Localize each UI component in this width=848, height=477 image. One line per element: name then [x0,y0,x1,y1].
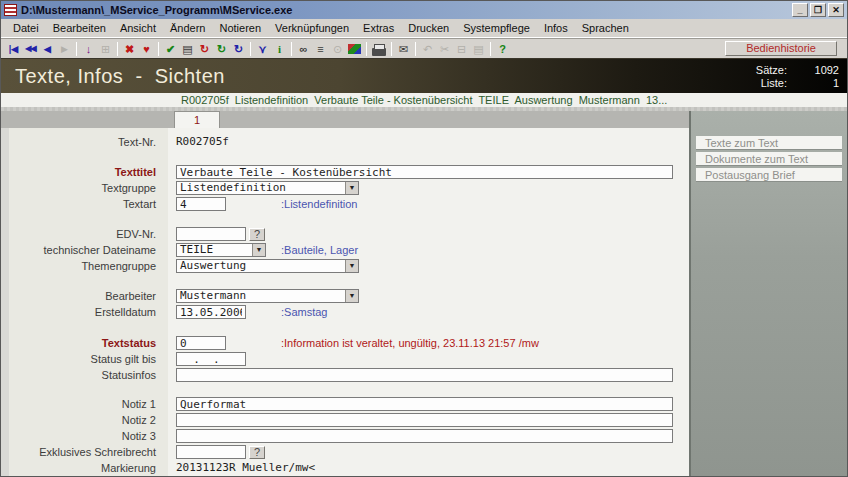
toolbar-separator [490,42,491,56]
delete-icon[interactable]: ✖ [121,41,138,57]
toolbar-separator [291,42,292,56]
print-icon[interactable] [372,48,386,56]
help-icon[interactable]: ? [494,41,511,57]
erstelldatum-label: Erstelldatum [1,305,168,319]
edv-nr-label: EDV-Nr. [1,227,168,241]
status-gilt-bis-input[interactable] [176,352,246,366]
cut-icon[interactable]: ✂ [436,41,453,57]
toolbar-separator [366,42,367,56]
statusinfos-label: Statusinfos [1,368,168,382]
tab-1[interactable]: 1 [174,111,220,128]
postausgang-brief-button[interactable]: Postausgang Brief [696,168,842,182]
toolbar: |◀ ◀◀ ◀ ▶ ↓ ⊞ ✖ ♥ ✔ ▤ ↻ ↻ ↻ ⋎ i ∞ ≡ ⊙ ✉ … [1,38,847,58]
app-icon [4,4,17,16]
texttitel-input[interactable] [176,165,673,179]
menu-ansicht[interactable]: Ansicht [114,20,162,36]
menu-infos[interactable]: Infos [538,20,574,36]
forward-icon[interactable]: ▶ [56,41,73,57]
liste-value: 1 [787,77,839,89]
page-title: Texte, Infos - Sichten [1,65,735,88]
saetze-value: 1092 [787,64,839,76]
notiz3-label: Notiz 3 [1,429,168,443]
app-window: D:\Mustermann\_MService_Programm\MServic… [0,0,848,477]
mail-envelope-icon[interactable]: ✉ [395,41,412,57]
chevron-down-icon[interactable]: ▼ [252,244,265,256]
notiz2-input[interactable] [176,413,673,427]
dokumente-zum-text-button[interactable]: Dokumente zum Text [696,152,842,166]
schreibrecht-label: Exklusives Schreibrecht [1,445,168,459]
textart-input[interactable] [176,197,226,211]
texte-zum-text-button[interactable]: Texte zum Text [696,136,842,150]
menu-aendern[interactable]: Ändern [164,20,211,36]
text-nr-value: R002705f [176,135,229,149]
statusinfos-input[interactable] [176,368,673,382]
notiz2-label: Notiz 2 [1,413,168,427]
themengruppe-select[interactable]: Auswertung ▼ [176,259,359,273]
menu-datei[interactable]: Datei [7,20,45,36]
paste-icon[interactable]: ▤ [470,41,487,57]
dateiname-select[interactable]: TEILE ▼ [176,243,266,257]
first-record-icon[interactable]: |◀ [5,41,22,57]
minimize-button[interactable]: _ [792,3,808,17]
textgruppe-select[interactable]: Listendefinition ▼ [176,181,359,195]
dateiname-label: technischer Dateiname [1,243,168,257]
textstatus-label: Textstatus [1,336,168,350]
menu-drucken[interactable]: Drucken [402,20,455,36]
bearbeiter-select[interactable]: Mustermann ▼ [176,289,359,303]
favorite-heart-icon[interactable]: ♥ [138,41,155,57]
record-form: Text-Nr. R002705f Texttitel Textgruppe L… [1,128,689,477]
toolbar-separator [158,42,159,56]
status-gilt-bis-label: Status gilt bis [1,352,168,366]
schreibrecht-input[interactable] [176,445,246,459]
import-stamp-icon[interactable]: ↓ [80,41,97,57]
copy-icon[interactable]: ⊟ [453,41,470,57]
menu-systempflege[interactable]: Systempflege [457,20,536,36]
maximize-button[interactable]: ❐ [810,3,826,17]
eye-icon[interactable]: ⊙ [329,41,346,57]
markierung-label: Markierung [1,461,168,475]
textgruppe-label: Textgruppe [1,181,168,195]
chevron-down-icon[interactable]: ▼ [345,182,358,194]
search-binoculars-icon[interactable]: ∞ [295,41,312,57]
edv-help-button[interactable]: ? [249,228,265,241]
tab-strip: 1 [1,111,689,128]
undo-icon[interactable]: ↶ [419,41,436,57]
record-stats: Sätze: 1092 Liste: 1 [735,64,847,89]
notiz3-input[interactable] [176,429,673,443]
back-icon[interactable]: ◀ [39,41,56,57]
menu-verknuepfungen[interactable]: Verknüpfungen [269,20,355,36]
info-icon[interactable]: i [271,41,288,57]
edv-nr-input[interactable] [176,227,246,241]
link-branch-icon[interactable]: ⋎ [254,41,271,57]
refresh-red-icon[interactable]: ↻ [196,41,213,57]
bedienhistorie-button[interactable]: Bedienhistorie [725,41,837,56]
fast-back-icon[interactable]: ◀◀ [22,41,39,57]
list-lines-icon[interactable]: ≡ [312,41,329,57]
themengruppe-label: Themengruppe [1,259,168,273]
chevron-down-icon[interactable]: ▼ [345,260,358,272]
notiz1-input[interactable] [176,397,673,411]
refresh-green-icon[interactable]: ↻ [213,41,230,57]
textart-annotation: :Listendefinition [281,197,357,211]
chevron-down-icon[interactable]: ▼ [345,290,358,302]
dateiname-annotation: :Bauteile, Lager [281,243,358,257]
confirm-check-icon[interactable]: ✔ [162,41,179,57]
close-button[interactable]: ✕ [828,3,844,17]
tree-view-icon[interactable]: ⊞ [97,41,114,57]
menu-sprachen[interactable]: Sprachen [576,20,635,36]
menu-bar: Datei Bearbeiten Ansicht Ändern Notieren… [1,19,847,38]
erstelldatum-input[interactable] [176,305,246,319]
markierung-value: 20131123R Mueller/mw< [176,461,315,475]
schreibrecht-help-button[interactable]: ? [249,446,265,459]
toolbar-separator [76,42,77,56]
textstatus-input[interactable] [176,336,226,350]
menu-notieren[interactable]: Notieren [213,20,267,36]
image-icon[interactable] [348,44,361,54]
menu-extras[interactable]: Extras [357,20,400,36]
menu-bearbeiten[interactable]: Bearbeiten [47,20,112,36]
toolbar-separator [250,42,251,56]
protocol-list-icon[interactable]: ▤ [179,41,196,57]
refresh-blue-icon[interactable]: ↻ [230,41,247,57]
bearbeiter-label: Bearbeiter [1,289,168,303]
erstelldatum-annotation: :Samstag [281,305,327,319]
